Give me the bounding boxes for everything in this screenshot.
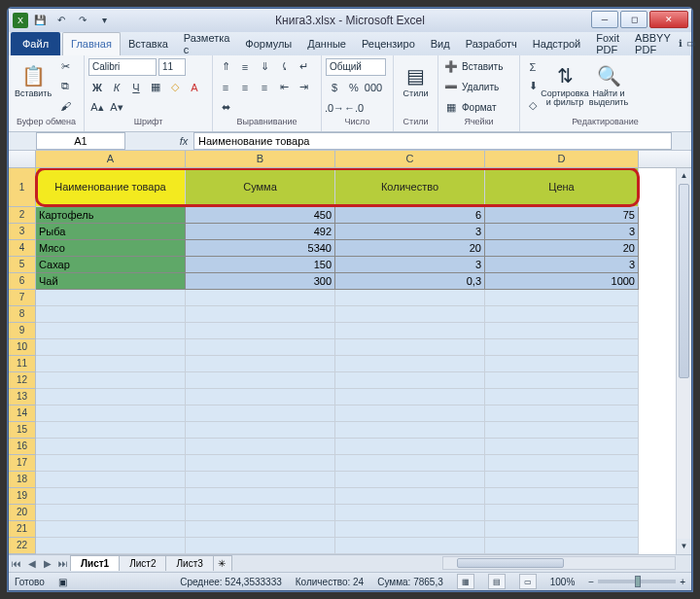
cell-sum[interactable]: 492 (186, 224, 335, 240)
row-head-21[interactable]: 21 (9, 521, 36, 538)
shrink-font-button[interactable]: A▾ (108, 99, 125, 117)
formula-bar[interactable]: Наименование товара (193, 132, 672, 150)
cut-icon[interactable]: ✂ (56, 58, 74, 76)
empty-cell[interactable] (186, 372, 335, 389)
cell-qty[interactable]: 6 (335, 207, 485, 224)
close-button[interactable]: ✕ (649, 11, 688, 28)
find-select-button[interactable]: 🔍 Найти и выделить (588, 58, 629, 109)
qat-dropdown-icon[interactable]: ▾ (94, 11, 114, 30)
empty-cell[interactable] (335, 356, 485, 372)
empty-cell[interactable] (36, 521, 186, 538)
empty-cell[interactable] (36, 405, 186, 422)
empty-cell[interactable] (186, 521, 335, 538)
tab-insert[interactable]: Вставка (121, 32, 176, 55)
fill-color-button[interactable]: ◇ (166, 79, 184, 96)
empty-cell[interactable] (36, 372, 186, 389)
underline-button[interactable]: Ч (127, 79, 145, 96)
sort-filter-button[interactable]: ⇅ Сортировка и фильтр (544, 58, 585, 109)
format-painter-icon[interactable]: 🖌 (56, 97, 74, 115)
qat-save-icon[interactable]: 💾 (30, 11, 50, 30)
align-top-button[interactable]: ⇑ (217, 58, 234, 76)
empty-cell[interactable] (36, 505, 186, 521)
maximize-button[interactable]: ◻ (620, 11, 648, 28)
align-mid-button[interactable]: ≡ (236, 58, 254, 76)
empty-cell[interactable] (186, 472, 335, 488)
format-cells-button[interactable]: Формат (462, 102, 497, 113)
empty-cell[interactable] (335, 538, 485, 554)
scroll-down-icon[interactable]: ▼ (677, 539, 691, 554)
fx-button[interactable]: fx (174, 132, 193, 150)
cell-price[interactable]: 20 (485, 240, 639, 257)
zoom-slider[interactable] (598, 580, 676, 583)
tab-first-icon[interactable]: ⏮ (9, 555, 24, 571)
horizontal-scrollbar[interactable] (442, 556, 676, 570)
row-head-7[interactable]: 7 (9, 290, 36, 306)
row-head-6[interactable]: 6 (9, 273, 36, 290)
zoom-out-button[interactable]: − (588, 577, 594, 587)
empty-cell[interactable] (36, 422, 186, 439)
header-cell-b[interactable]: Сумма (186, 168, 335, 207)
empty-cell[interactable] (186, 488, 335, 505)
empty-cell[interactable] (335, 389, 485, 405)
insert-cells-button[interactable]: Вставить (462, 61, 503, 72)
empty-cell[interactable] (186, 306, 335, 323)
empty-cell[interactable] (335, 372, 485, 389)
empty-cell[interactable] (36, 538, 186, 554)
tab-last-icon[interactable]: ⏭ (55, 555, 71, 571)
row-head-2[interactable]: 2 (9, 207, 36, 224)
empty-cell[interactable] (485, 521, 639, 538)
empty-cell[interactable] (485, 356, 639, 372)
cell-sum[interactable]: 150 (186, 257, 335, 273)
tab-data[interactable]: Данные (299, 32, 354, 55)
autosum-icon[interactable]: Σ (524, 58, 542, 76)
name-box[interactable]: A1 (36, 132, 125, 150)
empty-cell[interactable] (485, 439, 639, 455)
qat-redo-icon[interactable]: ↷ (73, 11, 92, 30)
row-head-22[interactable]: 22 (9, 538, 36, 554)
cell-price[interactable]: 75 (485, 207, 639, 224)
row-head-13[interactable]: 13 (9, 389, 36, 405)
tab-foxit[interactable]: Foxit PDF (588, 32, 627, 55)
header-cell-a[interactable]: Наименование товара (36, 168, 186, 207)
empty-cell[interactable] (335, 472, 485, 488)
sheet-tab-1[interactable]: Лист1 (70, 555, 120, 571)
comma-button[interactable]: 000 (365, 79, 382, 96)
sheet-tab-3[interactable]: Лист3 (165, 555, 213, 571)
empty-cell[interactable] (335, 306, 485, 323)
tab-developer[interactable]: Разработч (458, 32, 525, 55)
empty-cell[interactable] (485, 538, 639, 554)
qat-undo-icon[interactable]: ↶ (52, 11, 71, 30)
align-center-button[interactable]: ≡ (236, 79, 254, 96)
row-head-3[interactable]: 3 (9, 224, 36, 240)
empty-cell[interactable] (186, 339, 335, 356)
tab-review[interactable]: Рецензиро (354, 32, 423, 55)
row-head-11[interactable]: 11 (9, 356, 36, 372)
cell-qty[interactable]: 3 (335, 257, 485, 273)
row-head-8[interactable]: 8 (9, 306, 36, 323)
empty-cell[interactable] (36, 290, 186, 306)
empty-cell[interactable] (186, 505, 335, 521)
cell-price[interactable]: 1000 (485, 273, 639, 290)
empty-cell[interactable] (485, 339, 639, 356)
row-head-18[interactable]: 18 (9, 472, 36, 488)
font-name-combo[interactable]: Calibri (88, 58, 157, 76)
tab-next-icon[interactable]: ▶ (40, 555, 55, 571)
cell-sum[interactable]: 5340 (186, 240, 335, 257)
empty-cell[interactable] (36, 389, 186, 405)
row-head-15[interactable]: 15 (9, 422, 36, 439)
empty-cell[interactable] (485, 488, 639, 505)
empty-cell[interactable] (36, 339, 186, 356)
align-bot-button[interactable]: ⇓ (256, 58, 273, 76)
empty-cell[interactable] (36, 306, 186, 323)
empty-cell[interactable] (485, 505, 639, 521)
empty-cell[interactable] (335, 422, 485, 439)
italic-button[interactable]: К (108, 79, 125, 96)
empty-cell[interactable] (36, 488, 186, 505)
row-head-10[interactable]: 10 (9, 339, 36, 356)
row-head-19[interactable]: 19 (9, 488, 36, 505)
hscroll-thumb[interactable] (457, 558, 564, 568)
tab-view[interactable]: Вид (423, 32, 458, 55)
empty-cell[interactable] (36, 439, 186, 455)
empty-cell[interactable] (485, 306, 639, 323)
orientation-button[interactable]: ⤹ (275, 58, 293, 76)
